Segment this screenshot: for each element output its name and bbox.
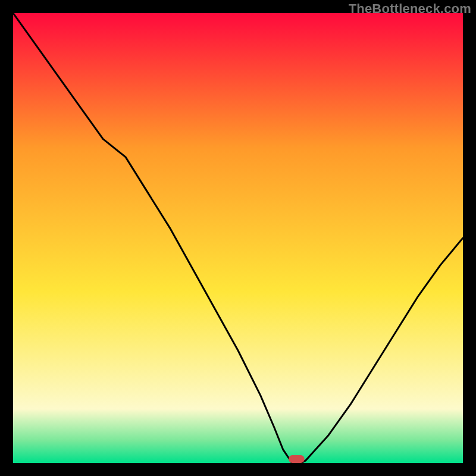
gradient-background: [13, 13, 463, 463]
plot-area: bottleneck-curve: [13, 13, 463, 463]
bottleneck-chart: bottleneck-curve: [13, 13, 463, 463]
chart-frame: bottleneck-curve TheBottleneck.com: [0, 0, 476, 476]
watermark-text: TheBottleneck.com: [349, 1, 471, 17]
optimal-marker: [289, 455, 305, 463]
